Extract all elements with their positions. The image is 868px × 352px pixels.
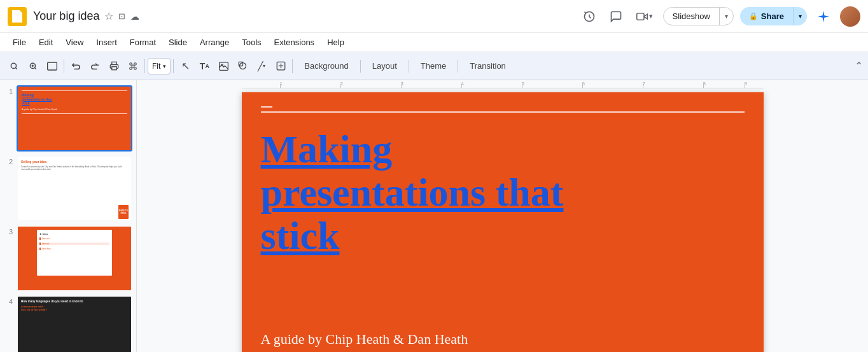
- add-textbox-icon[interactable]: [272, 57, 290, 75]
- slide-dash: [261, 106, 272, 108]
- slide-btn-sep-2: [409, 60, 409, 73]
- toolbar-sep-4: [292, 59, 293, 73]
- paint-format-icon[interactable]: [124, 57, 142, 75]
- theme-btn[interactable]: Theme: [412, 59, 455, 73]
- user-avatar[interactable]: [840, 6, 860, 27]
- slide-num-1: 1: [4, 85, 13, 95]
- slide-subtitle[interactable]: A guide by Chip Heath & Dan Heath: [261, 331, 468, 348]
- background-btn[interactable]: Background: [295, 59, 357, 73]
- slide-item-4[interactable]: 4 How many languages do you need to know…: [4, 295, 132, 352]
- toolbar-right: ⌃: [855, 60, 863, 72]
- text-format-icon[interactable]: TA: [195, 57, 213, 75]
- title-icons: ☆ ⊡ ☁: [104, 10, 139, 22]
- cursor-icon[interactable]: ↖: [176, 57, 194, 75]
- slide-btn-sep-3: [458, 60, 458, 73]
- svg-rect-8: [111, 67, 116, 70]
- menu-format[interactable]: Format: [125, 36, 161, 49]
- slide-thumb-4[interactable]: How many languages do you need to know t…: [17, 295, 132, 352]
- menu-help[interactable]: Help: [322, 36, 349, 49]
- slide-btn-sep-1: [360, 60, 361, 73]
- slide-num-3: 3: [4, 225, 13, 236]
- present-icon[interactable]: ▾: [633, 6, 657, 27]
- search-icon[interactable]: [5, 57, 23, 75]
- slide-thumb-3[interactable]: 1. Intro Item one Item two Item three: [17, 225, 132, 292]
- menu-arrange[interactable]: Arrange: [195, 36, 234, 49]
- zoom-in-icon[interactable]: [24, 57, 42, 75]
- slide-num-2: 2: [4, 155, 13, 165]
- layout-btn[interactable]: Layout: [363, 59, 406, 73]
- zoom-dropdown-icon: ▾: [163, 63, 166, 69]
- slide-canvas[interactable]: Making presentations that stick A guide …: [242, 92, 764, 352]
- menu-edit[interactable]: Edit: [34, 36, 58, 49]
- slideshow-thumb-icon[interactable]: [43, 57, 61, 75]
- slideshow-dropdown-arrow[interactable]: ▾: [720, 9, 733, 24]
- slide-main-title[interactable]: Making presentations that stick: [261, 127, 745, 258]
- history-icon[interactable]: [579, 6, 599, 27]
- slide2-thumb-title: Selling your idea: [21, 160, 128, 164]
- slide-panel: 1 Makingpresentations thatstick A guide …: [0, 80, 137, 352]
- app-icon[interactable]: [8, 7, 27, 26]
- transition-btn[interactable]: Transition: [461, 59, 515, 73]
- svg-rect-7: [48, 62, 57, 70]
- editor-area[interactable]: 1 2 3 4 5 6 7 8 9 Making presentati: [137, 80, 868, 352]
- slide2-thumb-body: Created in partnership with Chip and Dan…: [21, 165, 128, 217]
- folder-icon[interactable]: ⊡: [118, 11, 125, 21]
- gemini-icon[interactable]: [813, 6, 834, 27]
- slide1-thumb-sub: A guide by Chip Heath & Dan Heath: [22, 108, 127, 111]
- slide-thumb-2[interactable]: Selling your idea Created in partnership…: [17, 155, 132, 222]
- slide-title-line3: stick: [261, 214, 340, 257]
- main-area: 1 Makingpresentations thatstick A guide …: [0, 80, 868, 352]
- slideshow-label: Slideshow: [664, 8, 720, 25]
- zoom-selector[interactable]: Fit ▾: [148, 58, 171, 74]
- menu-insert[interactable]: Insert: [91, 36, 122, 49]
- share-button[interactable]: 🔒 Share ▾: [740, 7, 807, 25]
- line-icon[interactable]: ╱▾: [253, 57, 270, 75]
- slide-title-line2: presentations that: [261, 171, 564, 214]
- star-icon[interactable]: ☆: [104, 10, 113, 22]
- svg-rect-2: [636, 13, 643, 20]
- slideshow-button[interactable]: Slideshow ▾: [663, 7, 734, 25]
- menu-extensions[interactable]: Extensions: [269, 36, 320, 49]
- menu-tools[interactable]: Tools: [237, 36, 266, 49]
- menu-file[interactable]: File: [8, 36, 31, 49]
- slide4-thumb-title: How many languages do you need to know t…: [21, 300, 128, 304]
- menu-view[interactable]: View: [60, 36, 88, 49]
- undo-icon[interactable]: [67, 57, 85, 75]
- svg-point-3: [11, 63, 16, 68]
- slide4-thumb-highlight: communicate withthe rest of the world?: [21, 305, 128, 311]
- document-title[interactable]: Your big idea: [33, 10, 99, 23]
- slide-item-3[interactable]: 3 1. Intro Item one Item two Item three: [4, 225, 132, 292]
- slide-thumb-1[interactable]: Makingpresentations thatstick A guide by…: [17, 85, 132, 151]
- slide-item-2[interactable]: 2 Selling your idea Created in partnersh…: [4, 155, 132, 222]
- title-actions: ▾ Slideshow ▾ 🔒 Share ▾: [579, 6, 860, 27]
- toolbar-sep-3: [173, 59, 174, 73]
- slide-title-line1: Making: [261, 127, 393, 171]
- ruler-horizontal: 1 2 3 4 5 6 7 8 9: [242, 87, 764, 88]
- menu-bar: File Edit View Insert Format Slide Arran…: [0, 33, 868, 52]
- slide-num-4: 4: [4, 295, 13, 306]
- zoom-label: Fit: [152, 62, 160, 71]
- slide-item-1[interactable]: 1 Makingpresentations thatstick A guide …: [4, 85, 132, 151]
- toolbar-sep-1: [64, 59, 64, 73]
- lock-icon: 🔒: [749, 12, 758, 20]
- slide2-book: MADE TO STICK: [118, 205, 129, 219]
- collapse-toolbar-icon[interactable]: ⌃: [855, 60, 863, 72]
- share-dropdown-arrow[interactable]: ▾: [794, 8, 807, 24]
- comment-icon[interactable]: [606, 6, 626, 27]
- svg-marker-1: [644, 14, 647, 19]
- title-bar: Your big idea ☆ ⊡ ☁ ▾ Slideshow ▾: [0, 0, 868, 33]
- share-label: 🔒 Share: [740, 7, 794, 25]
- print-icon[interactable]: [105, 57, 123, 75]
- menu-slide[interactable]: Slide: [164, 36, 192, 49]
- redo-icon[interactable]: [86, 57, 104, 75]
- slide-line-top: [261, 111, 745, 113]
- toolbar-sep-2: [144, 59, 145, 73]
- shapes-icon[interactable]: [234, 57, 251, 75]
- toolbar: Fit ▾ ↖ TA ╱▾ Background Layout Theme Tr…: [0, 52, 868, 80]
- image-icon[interactable]: [214, 57, 232, 75]
- cloud-icon[interactable]: ☁: [130, 11, 139, 22]
- slide1-thumb-title: Makingpresentations thatstick: [22, 93, 127, 106]
